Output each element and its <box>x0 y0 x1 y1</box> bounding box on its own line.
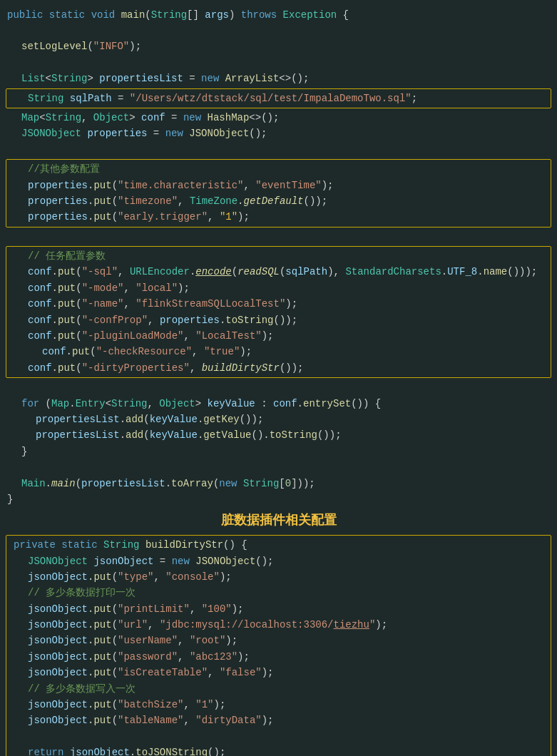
kw-static2: static <box>61 537 97 553</box>
fn-conf-put5: put <box>58 328 76 344</box>
line-conf-checkresource: conf.put("-checkResource", "true"); <box>6 344 551 359</box>
var-jsonobj7: jsonObject <box>28 665 88 680</box>
fn-json-put4: put <box>93 633 111 648</box>
var-sqlpath2: sqlPath <box>285 264 327 280</box>
str-early: "early.trigger" <box>118 209 208 225</box>
str-tiezhu: tiezhu <box>334 617 369 633</box>
fn-conf-put1: put <box>58 264 76 280</box>
line-setloglevel2: setLogLevel("INFO"); <box>0 39 557 54</box>
line-conf-confprop: conf.put("-confProp", properties.toStrin… <box>6 312 551 328</box>
fn-json-put2: put <box>93 601 111 617</box>
str-dirty: "-dirtyProperties" <box>82 360 190 376</box>
line-comment-task: // 任务配置参数 <box>6 248 551 264</box>
fn-conf-put4: put <box>58 312 76 328</box>
var-properties2: properties <box>160 312 220 328</box>
box-sqlpath: String sqlPath = "/Users/wtz/dtstack/sql… <box>6 88 551 108</box>
var-args: args <box>205 7 229 23</box>
line-conf-mode: conf.put("-mode", "local"); <box>6 280 551 296</box>
str-false: "false" <box>220 665 262 680</box>
line-json-batchsize: jsonObject.put("batchSize", "1"); <box>6 697 551 712</box>
str-eventtime: "eventTime" <box>255 178 321 193</box>
line-blank2 <box>0 142 557 158</box>
section-label-dirty: 脏数据插件相关配置 <box>0 507 557 533</box>
var-jsonobj10: jsonObject <box>70 745 130 756</box>
cls-urlencoder: URLEncoder <box>130 264 190 280</box>
line-builddirtystr-header: private static String buildDirtyStr() { <box>6 537 551 553</box>
box-taskconfig: // 任务配置参数 conf.put("-sql", URLEncoder.en… <box>6 246 551 378</box>
cls-string7: String <box>103 537 139 553</box>
line-main-call: Main.main(propertiesList.toArray(new Str… <box>0 476 557 491</box>
str-jdbc: "jdbc:mysql://localhost:3306/ <box>160 617 334 633</box>
str-password: "password" <box>118 649 178 665</box>
line-blank1 <box>0 55 557 71</box>
line-setloglevel <box>0 23 557 39</box>
line-main-close: } <box>0 491 557 507</box>
cls-object2: Object <box>159 396 195 412</box>
line-for: for (Map.Entry<String, Object> keyValue … <box>0 396 557 412</box>
line-comment-printlimit: // 多少条数据打印一次 <box>6 585 551 601</box>
fn-put3: put <box>93 209 111 225</box>
var-jsonobj8: jsonObject <box>28 697 88 712</box>
str-tablename: "tableName" <box>118 712 183 728</box>
fn-arraylist: ArrayList <box>225 71 280 86</box>
var-props3: properties <box>28 209 88 225</box>
fn-toarray: toArray <box>171 476 213 491</box>
line-json-username: jsonObject.put("userName", "root"); <box>6 633 551 648</box>
str-1: "1" <box>195 697 213 712</box>
var-jsonobj6: jsonObject <box>28 649 88 665</box>
line-map-decl: Map<String, Object> conf = new HashMap<>… <box>0 110 557 126</box>
var-props1: properties <box>28 178 88 193</box>
str-pluginloadmode: "-pluginLoadMode" <box>82 328 184 344</box>
line-for-close: } <box>0 444 557 459</box>
str-console: "console" <box>165 569 220 585</box>
var-conf4: conf <box>28 312 52 328</box>
fn-encode: encode <box>195 264 231 280</box>
fn-conf-put7: put <box>58 360 76 376</box>
fn-readsql: readSQL <box>237 264 280 280</box>
fn-conf-put6: put <box>72 344 90 359</box>
fn-entryset: entrySet <box>303 396 351 412</box>
line-conf-sql: conf.put("-sql", URLEncoder.encode(readS… <box>6 264 551 280</box>
cls-timezone: TimeZone <box>190 193 237 209</box>
line-list-decl: List<String> propertiesList = new ArrayL… <box>0 71 557 86</box>
cls-string4: String <box>46 110 81 126</box>
cls-object: Object <box>93 110 129 126</box>
line-prop-time: properties.put("time.characteristic", "e… <box>6 178 551 193</box>
var-conf6: conf <box>42 344 66 359</box>
fn-main: main <box>121 7 145 23</box>
var-properties: properties <box>87 126 147 141</box>
str-sqlpath: "/Users/wtz/dtstack/sql/test/ImpalaDemoT… <box>130 91 412 106</box>
kw-static: static <box>49 7 85 23</box>
str-info: "INFO" <box>93 39 129 54</box>
cls-exception: Exception <box>283 7 337 23</box>
line-json-password: jsonObject.put("password", "abc123"); <box>6 649 551 665</box>
var-jsonobj2: jsonObject <box>28 569 88 585</box>
str-url: "url" <box>118 617 148 633</box>
str-printlimit: "printLimit" <box>118 601 190 617</box>
line-blank3 <box>0 229 557 245</box>
cls-string: String <box>151 7 187 23</box>
fn-json-put8: put <box>93 712 111 728</box>
fn-json-put7: put <box>93 697 111 712</box>
fn-json-put3: put <box>93 617 111 633</box>
str-flinkstream: "flinkStreamSQLLocalTest" <box>136 296 285 312</box>
fn-getdefault: getDefault <box>244 193 304 209</box>
line-conf-name: conf.put("-name", "flinkStreamSQLLocalTe… <box>6 296 551 312</box>
box-builddirtystr: private static String buildDirtyStr() { … <box>6 535 551 756</box>
var-jsonobj9: jsonObject <box>28 712 88 728</box>
str-100: "100" <box>202 601 232 617</box>
var-jsonobj3: jsonObject <box>28 601 88 617</box>
var-conf2: conf <box>28 280 52 296</box>
var-propslist4: propertiesList <box>81 476 165 491</box>
cls-map: Map <box>21 110 39 126</box>
fn-tostring1: toString <box>225 312 273 328</box>
kw-new1: new <box>201 71 219 86</box>
line-json-tablename: jsonObject.put("tableName", "dirtyData")… <box>6 712 551 728</box>
fn-put2: put <box>93 193 111 209</box>
kw-void: void <box>91 7 116 23</box>
line-json-printlimit: jsonObject.put("printLimit", "100"); <box>6 601 551 617</box>
str-one: "1" <box>220 209 237 225</box>
line-conf-pluginloadmode: conf.put("-pluginLoadMode", "LocalTest")… <box>6 328 551 344</box>
fn-conf-put2: put <box>58 280 76 296</box>
str-checkresource: "-checkResource" <box>96 344 192 359</box>
